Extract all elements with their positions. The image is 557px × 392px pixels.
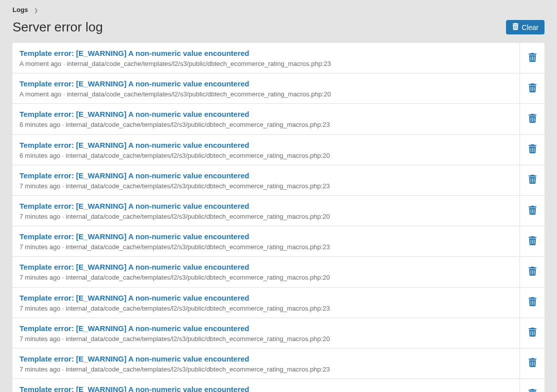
log-main[interactable]: Template error: [E_WARNING] A non-numeri… <box>12 226 520 256</box>
log-title[interactable]: Template error: [E_WARNING] A non-numeri… <box>20 48 512 58</box>
delete-button[interactable] <box>520 288 544 318</box>
log-path: internal_data/code_cache/templates/l2/s3… <box>66 182 330 190</box>
delete-button[interactable] <box>520 73 544 103</box>
log-time: 6 minutes ago <box>20 121 60 128</box>
log-path: internal_data/code_cache/templates/l2/s3… <box>66 152 330 159</box>
log-time: A moment ago <box>20 90 62 98</box>
log-path: internal_data/code_cache/templates/l2/s3… <box>66 213 330 220</box>
log-row: Template error: [E_WARNING] A non-numeri… <box>12 349 544 379</box>
trash-icon <box>528 389 536 392</box>
log-row: Template error: [E_WARNING] A non-numeri… <box>12 318 544 349</box>
delete-button[interactable] <box>520 318 544 348</box>
trash-icon <box>528 53 536 63</box>
log-path: internal_data/code_cache/templates/l2/s3… <box>66 121 330 128</box>
log-time: 7 minutes ago <box>20 305 60 312</box>
log-time: 7 minutes ago <box>20 182 60 190</box>
log-path: internal_data/code_cache/templates/l2/s3… <box>66 366 330 373</box>
log-main[interactable]: Template error: [E_WARNING] A non-numeri… <box>12 43 520 73</box>
trash-icon <box>528 175 536 185</box>
page-header: Server error log Clear <box>12 17 544 43</box>
delete-button[interactable] <box>520 165 544 195</box>
log-row: Template error: [E_WARNING] A non-numeri… <box>12 73 544 104</box>
log-row: Template error: [E_WARNING] A non-numeri… <box>12 104 544 134</box>
log-main[interactable]: Template error: [E_WARNING] A non-numeri… <box>12 135 520 165</box>
log-main[interactable]: Template error: [E_WARNING] A non-numeri… <box>12 196 520 226</box>
log-main[interactable]: Template error: [E_WARNING] A non-numeri… <box>12 349 520 379</box>
log-title[interactable]: Template error: [E_WARNING] A non-numeri… <box>20 384 512 392</box>
log-row: Template error: [E_WARNING] A non-numeri… <box>12 135 544 165</box>
log-path: internal_data/code_cache/templates/l2/s3… <box>67 90 331 98</box>
log-row: Template error: [E_WARNING] A non-numeri… <box>12 43 544 73</box>
log-time: 7 minutes ago <box>20 335 60 343</box>
log-list: Template error: [E_WARNING] A non-numeri… <box>12 43 544 392</box>
clear-button[interactable]: Clear <box>506 20 544 34</box>
log-meta: 7 minutes ago · internal_data/code_cache… <box>20 335 512 344</box>
log-meta: 7 minutes ago · internal_data/code_cache… <box>20 273 512 282</box>
trash-icon <box>528 114 536 124</box>
log-row: Template error: [E_WARNING] A non-numeri… <box>12 288 544 318</box>
log-main[interactable]: Template error: [E_WARNING] A non-numeri… <box>12 165 520 195</box>
log-title[interactable]: Template error: [E_WARNING] A non-numeri… <box>20 78 512 89</box>
trash-icon <box>528 206 536 216</box>
log-row: Template error: [E_WARNING] A non-numeri… <box>12 165 544 196</box>
trash-icon <box>528 297 536 308</box>
log-title[interactable]: Template error: [E_WARNING] A non-numeri… <box>20 109 512 119</box>
log-path: internal_data/code_cache/templates/l2/s3… <box>67 60 331 67</box>
log-path: internal_data/code_cache/templates/l2/s3… <box>66 335 330 343</box>
delete-button[interactable] <box>520 226 544 256</box>
log-row: Template error: [E_WARNING] A non-numeri… <box>12 379 544 392</box>
breadcrumb: Logs ❯ <box>12 0 544 17</box>
log-main[interactable]: Template error: [E_WARNING] A non-numeri… <box>12 288 520 318</box>
log-title[interactable]: Template error: [E_WARNING] A non-numeri… <box>20 293 512 303</box>
log-title[interactable]: Template error: [E_WARNING] A non-numeri… <box>20 323 512 334</box>
log-main[interactable]: Template error: [E_WARNING] A non-numeri… <box>12 257 520 287</box>
page-title: Server error log <box>12 19 103 35</box>
log-meta: 7 minutes ago · internal_data/code_cache… <box>20 304 512 313</box>
trash-icon <box>528 328 536 338</box>
log-row: Template error: [E_WARNING] A non-numeri… <box>12 196 544 226</box>
log-meta: 7 minutes ago · internal_data/code_cache… <box>20 182 512 191</box>
delete-button[interactable] <box>520 135 544 165</box>
log-meta: 7 minutes ago · internal_data/code_cache… <box>20 365 512 374</box>
log-time: 7 minutes ago <box>20 243 60 251</box>
clear-button-label: Clear <box>522 23 538 31</box>
log-row: Template error: [E_WARNING] A non-numeri… <box>12 226 544 257</box>
trash-icon <box>528 83 536 94</box>
log-time: A moment ago <box>20 60 62 67</box>
log-main[interactable]: Template error: [E_WARNING] A non-numeri… <box>12 73 520 103</box>
delete-button[interactable] <box>520 257 544 287</box>
log-title[interactable]: Template error: [E_WARNING] A non-numeri… <box>20 354 512 364</box>
delete-button[interactable] <box>520 104 544 134</box>
log-time: 7 minutes ago <box>20 274 60 281</box>
log-meta: A moment ago · internal_data/code_cache/… <box>20 90 512 99</box>
log-meta: 7 minutes ago · internal_data/code_cache… <box>20 243 512 252</box>
log-path: internal_data/code_cache/templates/l2/s3… <box>66 305 330 312</box>
log-main[interactable]: Template error: [E_WARNING] A non-numeri… <box>12 318 520 348</box>
log-title[interactable]: Template error: [E_WARNING] A non-numeri… <box>20 170 512 181</box>
trash-icon <box>528 236 536 247</box>
log-main[interactable]: Template error: [E_WARNING] A non-numeri… <box>12 379 520 392</box>
trash-icon <box>528 358 536 369</box>
log-meta: 6 minutes ago · internal_data/code_cache… <box>20 120 512 129</box>
log-meta: 7 minutes ago · internal_data/code_cache… <box>20 212 512 221</box>
log-time: 6 minutes ago <box>20 152 60 159</box>
log-time: 7 minutes ago <box>20 213 60 220</box>
log-meta: 6 minutes ago · internal_data/code_cache… <box>20 151 512 160</box>
delete-button[interactable] <box>520 196 544 226</box>
delete-button[interactable] <box>520 349 544 379</box>
delete-button[interactable] <box>520 43 544 73</box>
log-title[interactable]: Template error: [E_WARNING] A non-numeri… <box>20 140 512 150</box>
log-path: internal_data/code_cache/templates/l2/s3… <box>66 243 330 251</box>
log-title[interactable]: Template error: [E_WARNING] A non-numeri… <box>20 201 512 211</box>
trash-icon <box>512 23 519 31</box>
log-time: 7 minutes ago <box>20 366 60 373</box>
breadcrumb-root[interactable]: Logs <box>12 6 28 13</box>
log-title[interactable]: Template error: [E_WARNING] A non-numeri… <box>20 231 512 242</box>
log-path: internal_data/code_cache/templates/l2/s3… <box>66 274 330 281</box>
delete-button[interactable] <box>520 379 544 392</box>
trash-icon <box>528 267 536 277</box>
log-main[interactable]: Template error: [E_WARNING] A non-numeri… <box>12 104 520 134</box>
log-meta: A moment ago · internal_data/code_cache/… <box>20 59 512 68</box>
log-row: Template error: [E_WARNING] A non-numeri… <box>12 257 544 287</box>
log-title[interactable]: Template error: [E_WARNING] A non-numeri… <box>20 262 512 272</box>
